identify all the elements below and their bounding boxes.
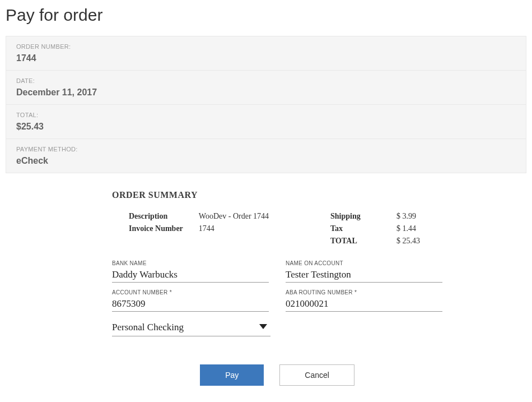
order-details-box: Order number: 1744 Date: December 11, 20… [6, 36, 526, 173]
summary-shipping-label: Shipping [330, 211, 381, 221]
order-summary-left: Description Invoice Number WooDev - Orde… [129, 211, 308, 249]
summary-shipping-value: $ 3.99 [396, 211, 420, 221]
order-summary-right: Shipping Tax TOTAL $ 3.99 $ 1.44 $ 25.43 [330, 211, 442, 249]
order-payment-method-label: Payment method: [16, 146, 516, 153]
account-type-select-wrap[interactable]: Personal Checking [112, 318, 270, 336]
name-on-account-label: NAME ON ACCOUNT [286, 260, 442, 266]
aba-routing-input[interactable] [286, 297, 442, 312]
aba-routing-label: ABA ROUTING NUMBER * [286, 289, 442, 295]
order-total-row: Total: $25.43 [6, 104, 526, 138]
order-date-value: December 11, 2017 [16, 87, 516, 98]
summary-description-value: WooDev - Order 1744 [199, 211, 269, 221]
order-summary-grid: Description Invoice Number WooDev - Orde… [112, 211, 442, 249]
button-row: Pay Cancel [112, 364, 442, 386]
summary-invoice-label: Invoice Number [129, 224, 183, 234]
order-summary-section: ORDER SUMMARY Description Invoice Number… [6, 190, 526, 386]
summary-total-label: TOTAL [330, 236, 381, 246]
pay-button[interactable]: Pay [200, 364, 264, 386]
summary-invoice-value: 1744 [199, 224, 269, 234]
order-summary-title: ORDER SUMMARY [112, 190, 442, 200]
page-title: Pay for order [6, 6, 526, 25]
order-number-label: Order number: [16, 43, 516, 50]
bank-name-input[interactable] [112, 267, 269, 283]
order-payment-method-row: Payment method: eCheck [6, 138, 526, 173]
summary-total-value: $ 25.43 [396, 236, 420, 246]
order-total-label: Total: [16, 112, 516, 118]
account-number-label: ACCOUNT NUMBER * [112, 289, 269, 295]
name-on-account-input[interactable] [286, 267, 442, 283]
order-number-value: 1744 [16, 53, 516, 63]
bank-name-label: BANK NAME [112, 260, 269, 266]
summary-description-label: Description [129, 211, 183, 221]
order-date-label: Date: [16, 77, 516, 84]
cancel-button[interactable]: Cancel [279, 364, 354, 386]
account-type-select[interactable]: Personal Checking [112, 318, 270, 336]
summary-tax-label: Tax [330, 224, 381, 234]
order-number-row: Order number: 1744 [6, 36, 526, 70]
order-total-value: $25.43 [16, 122, 516, 132]
account-number-input[interactable] [112, 297, 269, 312]
summary-tax-value: $ 1.44 [396, 224, 420, 234]
order-date-row: Date: December 11, 2017 [6, 70, 526, 104]
order-payment-method-value: eCheck [16, 156, 516, 166]
